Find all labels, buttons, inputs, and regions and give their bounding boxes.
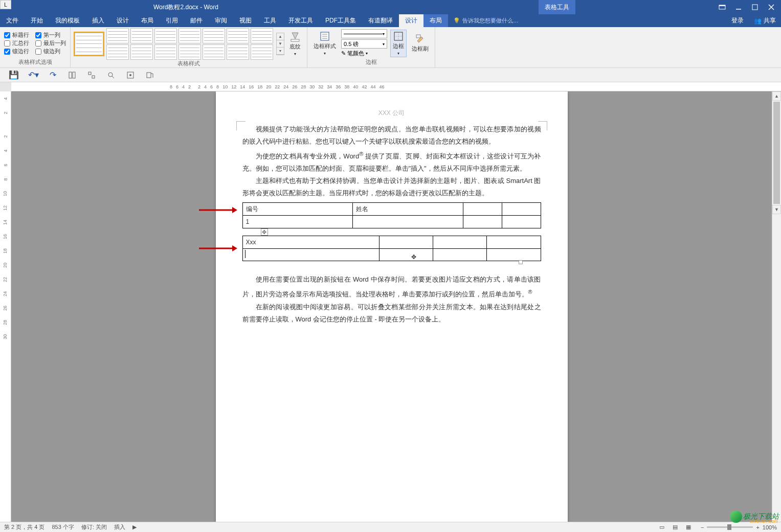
border-styles-button[interactable]: 边框样式▾ (311, 30, 338, 57)
chk-first-col[interactable]: 第一列 (35, 31, 66, 39)
table-2[interactable]: Xxx (242, 236, 541, 261)
status-words[interactable]: 853 个字 (52, 523, 74, 531)
tab-insert[interactable]: 插入 (86, 14, 110, 27)
undo-icon[interactable]: ↶▾ (29, 71, 38, 80)
zoom-slider[interactable] (707, 526, 753, 528)
tab-mytemplate[interactable]: 我的模板 (49, 14, 86, 27)
qat-icon-6[interactable] (106, 71, 116, 80)
tab-selector[interactable]: L (0, 0, 11, 9)
table-style-thumb[interactable] (130, 44, 153, 60)
table-cell[interactable] (433, 249, 487, 261)
table-cell[interactable] (379, 249, 433, 261)
tab-home[interactable]: 开始 (25, 14, 49, 27)
pen-style-combo[interactable]: ▾ (341, 29, 387, 38)
table-cell[interactable]: 姓名 (353, 203, 463, 216)
qat-icon-8[interactable] (145, 71, 154, 80)
table-cell[interactable] (502, 216, 541, 228)
view-print-icon[interactable]: ▤ (670, 524, 680, 531)
tab-references[interactable]: 引用 (160, 14, 184, 27)
chk-banded-row[interactable]: 镶边行 (4, 48, 29, 55)
document-area[interactable]: XXX 公司 视频提供了功能强大的方法帮助您证明您的观点。当您单击联机视频时，可… (11, 91, 772, 522)
status-track[interactable]: 修订: 关闭 (81, 523, 107, 531)
view-web-icon[interactable]: ▦ (683, 524, 694, 531)
tab-table-design[interactable]: 设计 (399, 14, 423, 27)
zoom-value[interactable]: 100% (763, 524, 777, 530)
table-style-current[interactable] (75, 33, 103, 55)
chk-total-row[interactable]: 汇总行 (4, 39, 29, 47)
paragraph[interactable]: 在新的阅读视图中阅读更加容易。可以折叠文档某些部分并关注所需文本。如果在达到结尾… (242, 301, 541, 326)
tab-design[interactable]: 设计 (110, 14, 135, 27)
body-text[interactable]: 视频提供了功能强大的方法帮助您证明您的观点。当您单击联机视频时，可以在想要添加的… (242, 123, 541, 326)
table-cell[interactable] (242, 249, 379, 261)
ribbon-options-icon[interactable] (719, 4, 726, 11)
tab-table-layout[interactable]: 布局 (423, 14, 448, 27)
table-cell[interactable] (487, 236, 541, 249)
login-link[interactable]: 登录 (726, 14, 749, 27)
table-style-thumb[interactable] (227, 44, 249, 60)
table-cell[interactable] (353, 216, 463, 228)
zoom-out-icon[interactable]: − (701, 524, 704, 530)
table-cell[interactable] (433, 236, 487, 249)
tab-youdao[interactable]: 有道翻译 (362, 14, 399, 27)
gallery-more-icon[interactable]: ▾ (277, 48, 284, 55)
gallery-down-icon[interactable]: ▼ (277, 40, 284, 48)
status-page[interactable]: 第 2 页，共 4 页 (4, 523, 44, 531)
tab-tools[interactable]: 工具 (258, 14, 282, 27)
table-cell[interactable] (463, 216, 502, 228)
table-style-thumb[interactable] (106, 44, 129, 60)
qat-icon-5[interactable] (87, 71, 96, 80)
maximize-icon[interactable] (751, 4, 758, 11)
paragraph[interactable]: 视频提供了功能强大的方法帮助您证明您的观点。当您单击联机视频时，可以在想要添加的… (242, 123, 541, 148)
table-style-thumb[interactable] (106, 28, 129, 43)
tab-mailings[interactable]: 邮件 (184, 14, 209, 27)
qat-icon-4[interactable] (68, 71, 77, 80)
save-icon[interactable]: 💾 (9, 71, 18, 80)
minimize-icon[interactable] (735, 4, 742, 11)
gallery-up-icon[interactable]: ▲ (277, 33, 284, 40)
scroll-thumb[interactable] (773, 102, 780, 204)
tab-file[interactable]: 文件 (0, 14, 25, 27)
pen-color-button[interactable]: ✎笔颜色▾ (341, 50, 387, 57)
chk-banded-col[interactable]: 镶边列 (35, 48, 66, 55)
tab-pdftools[interactable]: PDF工具集 (319, 14, 362, 27)
tab-view[interactable]: 视图 (233, 14, 258, 27)
scroll-down-icon[interactable]: ▼ (772, 205, 781, 214)
chk-header-row[interactable]: 标题行 (4, 31, 29, 39)
table-cell[interactable] (379, 236, 433, 249)
redo-icon[interactable]: ↷ (48, 71, 57, 80)
qat-icon-7[interactable] (126, 71, 135, 80)
status-macro-icon[interactable]: ▶ (132, 524, 137, 530)
paragraph[interactable]: 使用在需要位置出现的新按钮在 Word 中保存时间。若要更改图片适应文档的方式，… (242, 273, 541, 300)
table-cell[interactable]: 编号 (242, 203, 353, 216)
table-style-thumb[interactable] (178, 44, 201, 60)
chk-last-col[interactable]: 最后一列 (35, 39, 66, 47)
paragraph[interactable]: 主题和样式也有助于文档保持协调。当您单击设计并选择新的主题时，图片、图表或 Sm… (242, 175, 541, 199)
table-cell[interactable] (502, 203, 541, 216)
table-cell[interactable] (487, 249, 541, 261)
table-style-thumb[interactable] (251, 28, 273, 43)
view-read-icon[interactable]: ▭ (657, 524, 667, 531)
table-cell[interactable]: 1 (242, 216, 353, 228)
table-cell[interactable] (463, 203, 502, 216)
table-move-handle-icon[interactable]: ✥ (261, 228, 268, 236)
close-icon[interactable] (768, 4, 775, 11)
table-style-thumb[interactable] (130, 28, 153, 43)
vertical-ruler[interactable]: 4224681012141618202224262830 (0, 91, 11, 522)
table-style-thumb[interactable] (251, 44, 273, 60)
pen-weight-combo[interactable]: 0.5 磅▾ (341, 39, 387, 49)
horizontal-ruler[interactable]: 8642246810121416182022242628303234363840… (11, 82, 781, 91)
vertical-scrollbar[interactable]: ▲ ▼ (772, 91, 781, 522)
paragraph[interactable]: 为使您的文档具有专业外观，Word® 提供了页眉、页脚、封面和文本框设计，这些设… (242, 148, 541, 175)
table-1[interactable]: 编号姓名 1 (242, 202, 541, 228)
table-style-thumb[interactable] (203, 28, 225, 43)
border-painter-button[interactable]: 边框刷 (410, 33, 431, 54)
table-style-thumb[interactable] (227, 28, 249, 43)
table-resize-handle-icon[interactable] (519, 260, 523, 264)
status-insert[interactable]: 插入 (114, 523, 125, 531)
table-style-thumb[interactable] (154, 44, 177, 60)
tab-layout[interactable]: 布局 (135, 14, 160, 27)
table-style-thumb[interactable] (178, 28, 201, 43)
tab-review[interactable]: 审阅 (209, 14, 233, 27)
share-button[interactable]: 👥共享 (749, 14, 781, 27)
tell-me-search[interactable]: 💡告诉我您想要做什么… (448, 14, 524, 27)
